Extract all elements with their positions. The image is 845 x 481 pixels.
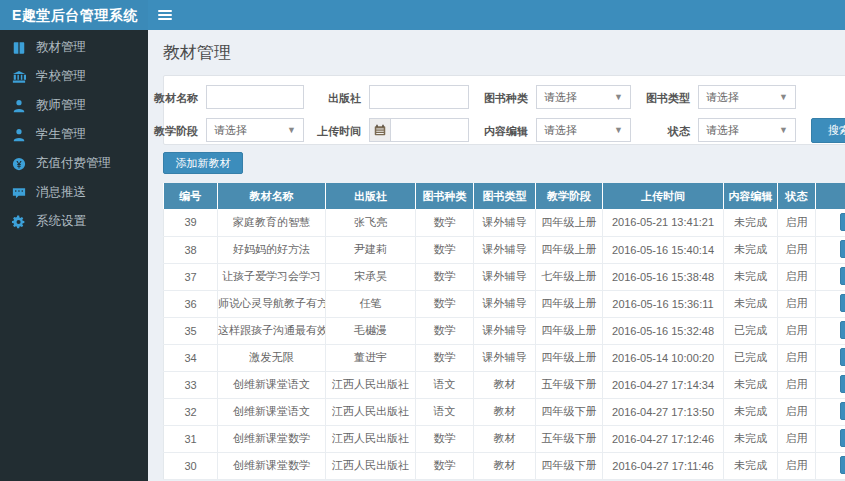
table-cell: 2016-05-16 15:32:48 [603, 317, 724, 344]
table-cell: 未完成 [724, 290, 778, 317]
table-cell: 课外辅导 [474, 209, 536, 236]
table-cell: 江西人民出版社 [326, 425, 416, 452]
column-header: 出版社 [326, 183, 416, 209]
sidebar-menu: 教材管理学校管理教师管理学生管理充值付费管理消息推送系统设置 [0, 30, 148, 236]
table-cell: 数学 [416, 425, 474, 452]
table-row: 36师说心灵导航教子有方任笔数学课外辅导四年级上册2016-05-16 15:3… [164, 290, 845, 317]
table-cell: 毛樾漫 [326, 317, 416, 344]
sidebar-item-label: 学生管理 [36, 126, 86, 143]
material-name-input[interactable] [206, 85, 304, 109]
school-icon [12, 70, 26, 84]
message-icon [12, 186, 26, 200]
table-header-row: 编号教材名称出版社图书种类图书类型教学阶段上传时间内容编辑状态 [164, 183, 845, 209]
filter-label-publisher: 出版社 [291, 91, 361, 106]
column-header [816, 183, 845, 209]
row-action-button[interactable] [840, 294, 845, 312]
filter-label-book-type: 图书类型 [620, 91, 690, 106]
row-action-button[interactable] [840, 348, 845, 366]
teaching-stage-select[interactable]: 请选择 ▼ [206, 118, 304, 142]
table-cell: 创维新课堂语文 [218, 371, 326, 398]
table-cell: 四年级上册 [536, 290, 603, 317]
table-cell: 启用 [778, 371, 816, 398]
row-action-button[interactable] [840, 267, 845, 285]
row-action-button[interactable] [840, 456, 845, 474]
calendar-icon[interactable] [369, 118, 390, 142]
student-icon [12, 128, 26, 142]
sidebar-item-4[interactable]: 充值付费管理 [0, 149, 148, 178]
table-cell: 教材 [474, 425, 536, 452]
column-header: 编号 [164, 183, 218, 209]
table-cell: 未完成 [724, 209, 778, 236]
column-header: 状态 [778, 183, 816, 209]
table-cell: 五年级下册 [536, 425, 603, 452]
table-cell: 江西人民出版社 [326, 452, 416, 479]
table-row: 38好妈妈的好方法尹建莉数学课外辅导四年级上册2016-05-16 15:40:… [164, 236, 845, 263]
sidebar: 教材管理学校管理教师管理学生管理充值付费管理消息推送系统设置 [0, 30, 148, 481]
search-button[interactable]: 搜索 [811, 118, 845, 143]
table-cell: 未完成 [724, 236, 778, 263]
sidebar-item-6[interactable]: 系统设置 [0, 207, 148, 236]
book-type-select[interactable]: 请选择 ▼ [698, 85, 796, 109]
table-cell: 启用 [778, 236, 816, 263]
table-cell: 启用 [778, 263, 816, 290]
table-cell: 宋承昊 [326, 263, 416, 290]
table-row: 37让孩子爱学习会学习宋承昊数学课外辅导七年级上册2016-05-16 15:3… [164, 263, 845, 290]
row-action-button[interactable] [840, 402, 845, 420]
add-material-button[interactable]: 添加新教材 [163, 152, 243, 174]
row-action-button[interactable] [840, 321, 845, 339]
column-header: 教学阶段 [536, 183, 603, 209]
sidebar-item-5[interactable]: 消息推送 [0, 178, 148, 207]
publisher-input[interactable] [369, 85, 469, 109]
table-cell: 数学 [416, 263, 474, 290]
table-cell: 2016-05-16 15:40:14 [603, 236, 724, 263]
table-cell: 四年级上册 [536, 344, 603, 371]
table-cell: 课外辅导 [474, 317, 536, 344]
sidebar-item-1[interactable]: 学校管理 [0, 62, 148, 91]
table-cell: 未完成 [724, 263, 778, 290]
table-cell: 四年级上册 [536, 236, 603, 263]
table-cell: 激发无限 [218, 344, 326, 371]
table-row: 33创维新课堂语文江西人民出版社语文教材五年级下册2016-04-27 17:1… [164, 371, 845, 398]
chevron-down-icon: ▼ [779, 92, 788, 102]
table-cell: 未完成 [724, 425, 778, 452]
row-action-button[interactable] [840, 213, 845, 231]
sidebar-item-label: 学校管理 [36, 68, 86, 85]
table-cell: 启用 [778, 209, 816, 236]
table-cell: 尹建莉 [326, 236, 416, 263]
filter-label-content-editor: 内容编辑 [458, 124, 528, 139]
filter-label-status: 状态 [620, 124, 690, 139]
table-cell: 家庭教育的智慧 [218, 209, 326, 236]
action-cell [816, 290, 845, 317]
table-cell: 36 [164, 290, 218, 317]
action-cell [816, 425, 845, 452]
sidebar-item-3[interactable]: 学生管理 [0, 120, 148, 149]
row-action-button[interactable] [840, 375, 845, 393]
table-row: 31创维新课堂数学江西人民出版社数学教材五年级下册2016-04-27 17:1… [164, 425, 845, 452]
table-cell: 启用 [778, 290, 816, 317]
table-cell: 七年级上册 [536, 263, 603, 290]
content-editor-select[interactable]: 请选择 ▼ [536, 118, 631, 142]
table-cell: 这样跟孩子沟通最有效 [218, 317, 326, 344]
table-cell: 教材 [474, 371, 536, 398]
status-select[interactable]: 请选择 ▼ [698, 118, 796, 142]
sidebar-item-label: 系统设置 [36, 213, 86, 230]
table-row: 39家庭教育的智慧张飞亮数学课外辅导四年级上册2016-05-21 13:41:… [164, 209, 845, 236]
table-cell: 数学 [416, 317, 474, 344]
row-action-button[interactable] [840, 429, 845, 447]
table-cell: 数学 [416, 344, 474, 371]
book-category-select[interactable]: 请选择 ▼ [536, 85, 631, 109]
table-cell: 课外辅导 [474, 290, 536, 317]
row-action-button[interactable] [840, 240, 845, 258]
column-header: 上传时间 [603, 183, 724, 209]
book-icon [12, 41, 26, 55]
column-header: 图书类型 [474, 183, 536, 209]
table-cell: 课外辅导 [474, 344, 536, 371]
settings-icon [12, 215, 26, 229]
table-cell: 启用 [778, 425, 816, 452]
sidebar-item-0[interactable]: 教材管理 [0, 33, 148, 62]
sidebar-item-2[interactable]: 教师管理 [0, 91, 148, 120]
table-cell: 四年级下册 [536, 452, 603, 479]
table-cell: 未完成 [724, 371, 778, 398]
action-cell [816, 236, 845, 263]
sidebar-toggle-button[interactable] [158, 8, 174, 22]
